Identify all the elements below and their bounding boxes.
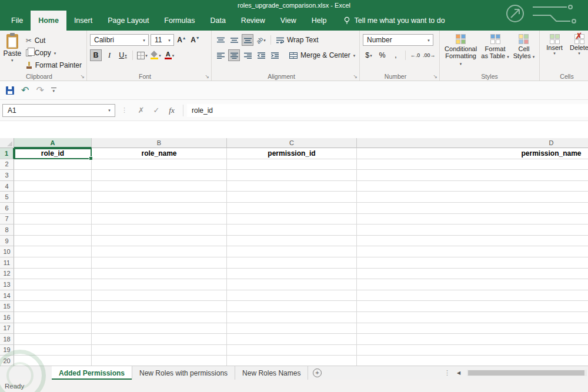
row-header-5[interactable]: 5: [0, 192, 14, 203]
cell-b2[interactable]: [92, 159, 227, 170]
bottom-align-button[interactable]: [242, 34, 253, 46]
row-header-19[interactable]: 19: [0, 345, 14, 356]
undo-button[interactable]: ↶: [21, 86, 29, 95]
cell-a4[interactable]: [14, 181, 92, 192]
row-header-2[interactable]: 2: [0, 159, 14, 170]
increase-font-size-button[interactable]: A▲: [176, 34, 188, 46]
cell-a7[interactable]: [14, 214, 92, 225]
cell-d11[interactable]: [357, 257, 588, 269]
font-dialog-launcher[interactable]: ↘: [205, 74, 209, 79]
cell-a9[interactable]: [14, 236, 92, 247]
cell-d16[interactable]: [357, 312, 588, 323]
merge-center-button[interactable]: Merge & Center ▾: [288, 49, 357, 61]
cell-d9[interactable]: [357, 236, 588, 247]
cell-b12[interactable]: [92, 269, 227, 280]
cell-d1[interactable]: permission_name: [357, 148, 588, 159]
cell-b6[interactable]: [92, 203, 227, 214]
ribbon-tab-page-layout[interactable]: Page Layout: [100, 11, 156, 31]
scroll-left-button[interactable]: ◀: [454, 370, 463, 376]
row-header-6[interactable]: 6: [0, 203, 14, 214]
cell-d13[interactable]: [357, 279, 588, 290]
cell-a1[interactable]: role_id: [14, 148, 92, 159]
cell-b8[interactable]: [92, 225, 227, 236]
ribbon-tab-home[interactable]: Home: [31, 11, 66, 31]
cell-c14[interactable]: [227, 290, 357, 301]
horizontal-scrollbar-thumb[interactable]: [468, 370, 584, 376]
accounting-format-button[interactable]: $ ▾: [363, 49, 375, 61]
cell-c3[interactable]: [227, 170, 357, 181]
cell-d3[interactable]: [357, 170, 588, 181]
cell-b18[interactable]: [92, 334, 227, 345]
ribbon-tab-view[interactable]: View: [273, 11, 304, 31]
cell-d5[interactable]: [357, 192, 588, 203]
cell-d2[interactable]: [357, 159, 588, 170]
cell-c15[interactable]: [227, 301, 357, 312]
format-as-table-button[interactable]: Format as Table ▾: [480, 32, 510, 72]
ribbon-tab-formulas[interactable]: Formulas: [156, 11, 202, 31]
cell-a8[interactable]: [14, 225, 92, 236]
row-header-9[interactable]: 9: [0, 236, 14, 247]
cell-b13[interactable]: [92, 279, 227, 290]
customize-quick-access-button[interactable]: ▾: [51, 88, 56, 93]
cell-a5[interactable]: [14, 192, 92, 203]
decrease-decimal-button[interactable]: .00→: [423, 49, 436, 61]
cell-b4[interactable]: [92, 181, 227, 192]
cell-a12[interactable]: [14, 269, 92, 280]
align-right-button[interactable]: [242, 49, 253, 61]
cell-c2[interactable]: [227, 159, 357, 170]
ribbon-tab-review[interactable]: Review: [233, 11, 273, 31]
row-header-3[interactable]: 3: [0, 170, 14, 181]
row-header-1[interactable]: 1: [0, 148, 14, 159]
sheet-tab-new-roles-names[interactable]: New Roles Names: [235, 366, 308, 380]
row-header-15[interactable]: 15: [0, 301, 14, 312]
cell-b3[interactable]: [92, 170, 227, 181]
cell-c1[interactable]: permission_id: [227, 148, 357, 159]
sheet-tab-added-permissions[interactable]: Added Permissions: [52, 366, 132, 380]
name-box[interactable]: A1 ▾: [2, 104, 115, 117]
cell-a10[interactable]: [14, 246, 92, 257]
cell-a17[interactable]: [14, 323, 92, 334]
insert-function-button[interactable]: fx: [164, 106, 179, 115]
cell-d10[interactable]: [357, 246, 588, 257]
row-header-17[interactable]: 17: [0, 323, 14, 334]
fill-color-button[interactable]: ▾: [150, 49, 162, 61]
font-size-combo[interactable]: 11 ▾: [151, 34, 174, 46]
row-header-11[interactable]: 11: [0, 257, 14, 269]
copy-button[interactable]: Copy ▾: [24, 47, 83, 59]
cell-a18[interactable]: [14, 334, 92, 345]
cell-d17[interactable]: [357, 323, 588, 334]
cell-b20[interactable]: [92, 356, 227, 366]
row-header-18[interactable]: 18: [0, 334, 14, 345]
cell-a3[interactable]: [14, 170, 92, 181]
italic-button[interactable]: I: [103, 49, 115, 61]
cell-b9[interactable]: [92, 236, 227, 247]
column-header-a[interactable]: A: [14, 138, 92, 148]
enter-button[interactable]: ✓: [149, 106, 164, 115]
cell-d7[interactable]: [357, 214, 588, 225]
cell-d15[interactable]: [357, 301, 588, 312]
row-header-13[interactable]: 13: [0, 279, 14, 290]
cell-c4[interactable]: [227, 181, 357, 192]
wrap-text-button[interactable]: Wrap Text: [275, 34, 320, 46]
ribbon-tab-file[interactable]: File: [4, 11, 31, 31]
cell-c18[interactable]: [227, 334, 357, 345]
underline-button[interactable]: U▾: [117, 49, 129, 61]
increase-decimal-button[interactable]: ←.0: [409, 49, 421, 61]
cell-b14[interactable]: [92, 290, 227, 301]
cut-button[interactable]: ✂ Cut: [24, 35, 83, 46]
cell-a11[interactable]: [14, 257, 92, 269]
font-name-combo[interactable]: Calibri ▾: [90, 34, 149, 46]
borders-button[interactable]: ▾: [136, 49, 148, 61]
cell-a19[interactable]: [14, 345, 92, 356]
cell-d20[interactable]: [357, 356, 588, 366]
cell-d12[interactable]: [357, 269, 588, 280]
cell-d4[interactable]: [357, 181, 588, 192]
number-format-combo[interactable]: Number ▾: [363, 34, 433, 46]
align-center-button[interactable]: [228, 49, 240, 61]
cell-b7[interactable]: [92, 214, 227, 225]
save-button[interactable]: [6, 86, 14, 95]
cell-c9[interactable]: [227, 236, 357, 247]
cell-c6[interactable]: [227, 203, 357, 214]
redo-button[interactable]: ↷: [36, 86, 44, 95]
format-painter-button[interactable]: Format Painter: [24, 59, 83, 71]
